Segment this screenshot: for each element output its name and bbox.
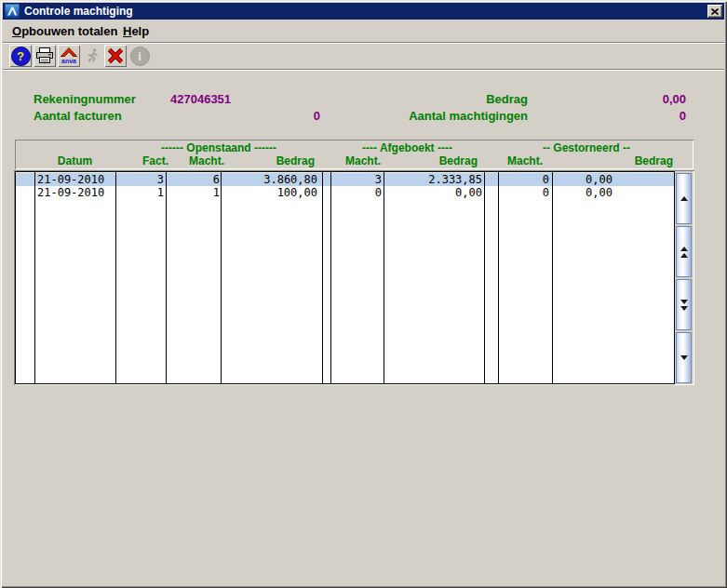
toolbar-button-print[interactable] <box>34 45 56 67</box>
page-down-button[interactable] <box>676 279 692 330</box>
column-divider <box>322 172 323 383</box>
toolbar-button-anva[interactable]: anva <box>58 45 80 67</box>
cell-afgeboekt-macht: 3 <box>336 173 382 186</box>
toolbar-button-help[interactable]: ? <box>9 45 32 67</box>
menu-separator-highlight <box>3 43 724 44</box>
group-header-afgeboekt: ---- Afgeboekt ---- <box>330 142 484 154</box>
cell-openstaand-bedrag: 3.860,80 <box>239 173 317 186</box>
column-divider <box>166 172 167 383</box>
table-body[interactable]: 21-09-2010 3 6 3.860,80 3 2.333,85 0 0,0… <box>15 171 675 384</box>
column-header-bedrag-gestorneerd: Bedrag <box>552 155 673 167</box>
scroll-up-icon <box>680 196 688 201</box>
aantal-facturen-value: 0 <box>226 110 320 123</box>
cell-gestorneerd-bedrag: 0,00 <box>537 173 613 186</box>
cell-datum: 21-09-2010 <box>37 186 104 199</box>
toolbar-button-delete[interactable] <box>104 45 127 67</box>
column-divider <box>498 172 499 383</box>
menu-item-opbouwen-totalen[interactable]: Opbouwen totalen <box>12 23 117 39</box>
column-divider <box>552 172 553 383</box>
anva-home-icon <box>60 47 78 58</box>
cell-openstaand-bedrag: 100,00 <box>239 186 317 199</box>
column-header-bedrag-afgeboekt: Bedrag <box>384 155 478 167</box>
column-divider <box>221 172 222 383</box>
scrollbar <box>676 173 692 383</box>
cell-afgeboekt-bedrag: 2.333,85 <box>397 173 482 186</box>
page-up-icon <box>680 247 688 251</box>
run-icon <box>83 47 101 65</box>
toolbar-separator-highlight <box>3 70 724 71</box>
cell-afgeboekt-macht: 0 <box>336 186 382 199</box>
toolbar-button-run <box>81 45 103 67</box>
column-header-fact-openstaand: Fact. <box>115 155 168 167</box>
toolbar-button-info: i <box>128 45 151 67</box>
page-down-icon <box>680 300 688 304</box>
delete-icon <box>107 47 124 64</box>
help-icon: ? <box>11 47 31 66</box>
cell-openstaand-macht: 1 <box>174 186 220 199</box>
window-title: Controle machtiging <box>24 3 133 20</box>
aantal-machtigingen-label: Aantal machtigingen <box>372 110 528 123</box>
close-button[interactable] <box>707 5 722 18</box>
cell-openstaand-fact: 1 <box>118 186 164 199</box>
column-header-bedrag-openstaand: Bedrag <box>221 155 315 167</box>
bedrag-label: Bedrag <box>372 93 528 106</box>
column-header-macht-afgeboekt: Macht. <box>330 155 381 167</box>
print-icon <box>35 47 54 65</box>
column-divider <box>330 172 331 383</box>
scroll-down-button[interactable] <box>676 332 692 383</box>
column-header-datum: Datum <box>34 155 115 167</box>
cell-afgeboekt-bedrag: 0,00 <box>397 186 482 199</box>
group-header-gestorneerd: -- Gestorneerd -- <box>498 142 675 154</box>
bedrag-value: 0,00 <box>588 93 686 106</box>
anva-logo-icon <box>5 4 20 19</box>
scroll-up-button[interactable] <box>676 173 692 224</box>
menu-item-help[interactable]: Help <box>123 23 149 39</box>
close-icon <box>711 8 719 15</box>
app-window: Controle machtiging Opbouwen totalen Hel… <box>0 0 727 588</box>
cell-datum: 21-09-2010 <box>37 173 104 186</box>
aantal-machtigingen-value: 0 <box>588 110 686 123</box>
column-divider <box>484 172 485 383</box>
menubar: Opbouwen totalen Help <box>3 21 724 41</box>
cell-gestorneerd-bedrag: 0,00 <box>537 186 613 199</box>
titlebar: Controle machtiging <box>3 3 724 20</box>
page-up-button[interactable] <box>676 226 692 277</box>
cell-openstaand-macht: 6 <box>174 173 220 186</box>
cell-openstaand-fact: 3 <box>118 173 164 186</box>
scroll-down-icon <box>680 355 688 360</box>
column-divider <box>34 172 35 383</box>
column-divider <box>115 172 116 383</box>
anva-icon-label: anva <box>61 58 76 64</box>
column-divider <box>384 172 384 383</box>
rekeningnummer-value: 427046351 <box>170 93 231 106</box>
aantal-facturen-label: Aantal facturen <box>34 110 122 123</box>
column-header-macht-gestorneerd: Macht. <box>498 155 543 167</box>
group-header-openstaand: ------ Openstaand ------ <box>115 142 322 154</box>
rekeningnummer-label: Rekeningnummer <box>34 93 136 106</box>
column-header-macht-openstaand: Macht. <box>168 155 224 167</box>
info-icon: i <box>130 47 150 66</box>
table-header-panel: ------ Openstaand ------ ---- Afgeboekt … <box>15 140 693 169</box>
